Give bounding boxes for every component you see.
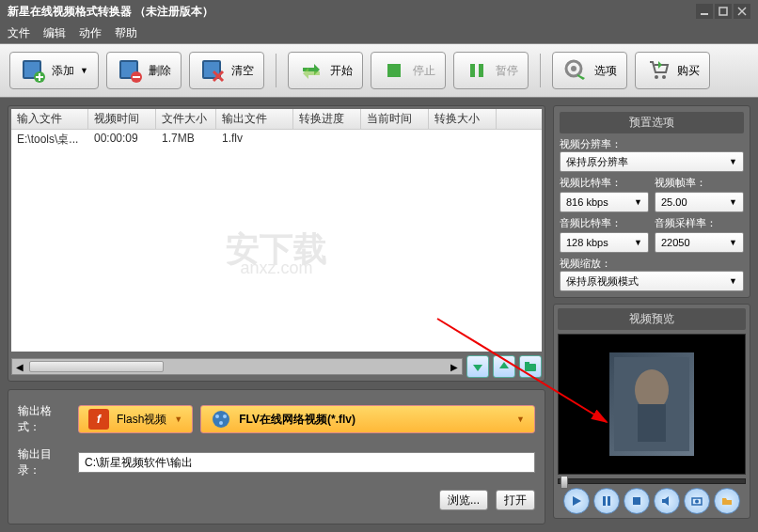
chevron-down-icon: ▼ — [634, 238, 642, 247]
horizontal-scrollbar[interactable]: ◀ ▶ — [11, 358, 463, 375]
folder-button[interactable] — [519, 355, 542, 378]
maximize-button[interactable] — [715, 4, 732, 19]
add-label: 添加 — [52, 63, 74, 79]
col-vtime[interactable]: 视频时间 — [88, 109, 156, 129]
open-folder-button[interactable] — [714, 488, 740, 514]
cell-progress — [293, 130, 361, 149]
stop-preview-button[interactable] — [624, 488, 650, 514]
video-bitrate-dropdown[interactable]: 816 kbps▼ — [560, 192, 649, 212]
menu-edit[interactable]: 编辑 — [43, 25, 66, 41]
scale-label: 视频缩放： — [560, 257, 744, 271]
minimize-button[interactable] — [696, 4, 713, 19]
cart-icon — [645, 57, 671, 84]
col-csize[interactable]: 转换大小 — [429, 109, 497, 129]
menu-action[interactable]: 动作 — [79, 25, 102, 41]
col-input[interactable]: 输入文件 — [11, 109, 88, 129]
cell-fsize: 1.7MB — [156, 130, 216, 149]
options-button[interactable]: 选项 — [552, 52, 627, 89]
dir-label: 输出目录： — [18, 446, 71, 478]
browse-button[interactable]: 浏览... — [439, 490, 488, 510]
chevron-down-icon: ▼ — [729, 238, 737, 247]
move-down-button[interactable] — [466, 355, 489, 378]
table-body[interactable]: E:\tools\桌... 00:00:09 1.7MB 1.flv 安下载 a… — [11, 130, 542, 352]
preset-panel: 预置选项 视频分辨率： 保持原分辨率▼ 视频比特率： 816 kbps▼ 视频帧… — [553, 105, 750, 298]
close-button[interactable] — [734, 4, 750, 19]
svg-point-23 — [662, 75, 666, 79]
menubar: 文件 编辑 动作 帮助 — [0, 23, 758, 43]
svg-rect-19 — [479, 64, 483, 77]
pause-icon — [464, 57, 490, 84]
chevron-down-icon: ▼ — [80, 66, 88, 75]
col-output[interactable]: 输出文件 — [216, 109, 293, 129]
res-label: 视频分辨率： — [560, 137, 744, 151]
col-progress[interactable]: 转换进度 — [293, 109, 361, 129]
gear-icon — [562, 57, 589, 84]
preset-title: 预置选项 — [560, 112, 744, 133]
flash-icon: f — [88, 409, 109, 430]
open-button[interactable]: 打开 — [496, 490, 535, 510]
file-list-panel: 输入文件 视频时间 文件大小 输出文件 转换进度 当前时间 转换大小 E:\to… — [8, 105, 545, 382]
svg-rect-17 — [387, 64, 401, 77]
svg-point-29 — [219, 421, 223, 425]
play-button[interactable] — [563, 488, 590, 514]
clear-label: 清空 — [231, 63, 254, 79]
snapshot-button[interactable] — [684, 488, 710, 514]
volume-button[interactable] — [654, 488, 680, 514]
format-type-button[interactable]: f Flash视频 ▼ — [78, 405, 193, 433]
svg-rect-1 — [719, 8, 727, 15]
chevron-down-icon: ▼ — [729, 197, 737, 207]
film-clear-icon — [199, 57, 226, 84]
delete-label: 删除 — [149, 63, 171, 79]
preview-thumbnail — [609, 352, 694, 456]
format-detail-button[interactable]: FLV在线网络视频(*.flv) ▼ — [200, 405, 535, 433]
move-up-button[interactable] — [493, 355, 515, 378]
vfps-label: 视频帧率： — [655, 176, 744, 190]
convert-icon — [298, 57, 324, 84]
toolbar: 添加 ▼ 删除 清空 开始 停止 暂停 选项 — [0, 43, 758, 98]
col-fsize[interactable]: 文件大小 — [156, 109, 216, 129]
chevron-down-icon: ▼ — [634, 197, 642, 207]
cell-vtime: 00:00:09 — [88, 130, 156, 149]
svg-point-26 — [213, 411, 229, 428]
cell-output: 1.flv — [216, 130, 293, 149]
pause-preview-button[interactable] — [593, 488, 620, 514]
slider-thumb[interactable] — [561, 476, 568, 489]
table-header: 输入文件 视频时间 文件大小 输出文件 转换进度 当前时间 转换大小 — [11, 109, 542, 130]
output-dir-input[interactable] — [78, 452, 535, 473]
scroll-thumb[interactable] — [29, 361, 164, 372]
preview-title: 视频预览 — [558, 308, 746, 330]
add-button[interactable]: 添加 ▼ — [9, 52, 99, 89]
scroll-right-icon[interactable]: ▶ — [447, 359, 462, 374]
menu-file[interactable]: 文件 — [8, 25, 30, 41]
video-scale-dropdown[interactable]: 保持原视频模式▼ — [560, 271, 744, 291]
svg-rect-33 — [603, 496, 606, 506]
buy-label: 购买 — [677, 63, 700, 79]
svg-point-37 — [695, 500, 699, 504]
delete-button[interactable]: 删除 — [106, 52, 182, 89]
clear-button[interactable]: 清空 — [189, 52, 264, 89]
chevron-down-icon: ▼ — [174, 415, 182, 424]
film-add-icon — [20, 57, 46, 84]
stop-button[interactable]: 停止 — [371, 52, 446, 89]
stop-icon — [381, 57, 407, 84]
abitrate-label: 音频比特率： — [560, 216, 649, 230]
film-delete-icon — [117, 57, 143, 84]
audio-bitrate-dropdown[interactable]: 128 kbps▼ — [560, 232, 649, 253]
format-detail-text: FLV在线网络视频(*.flv) — [239, 412, 355, 428]
scroll-left-icon[interactable]: ◀ — [12, 359, 27, 374]
pause-button[interactable]: 暂停 — [453, 52, 529, 89]
start-label: 开始 — [330, 63, 353, 79]
cell-input: E:\tools\桌... — [11, 130, 88, 149]
video-fps-dropdown[interactable]: 25.00▼ — [655, 192, 744, 212]
resolution-dropdown[interactable]: 保持原分辨率▼ — [560, 151, 744, 172]
menu-help[interactable]: 帮助 — [115, 25, 137, 41]
buy-button[interactable]: 购买 — [635, 52, 710, 89]
preview-area[interactable] — [558, 334, 746, 475]
col-curtime[interactable]: 当前时间 — [361, 109, 429, 129]
table-row[interactable]: E:\tools\桌... 00:00:09 1.7MB 1.flv — [11, 130, 542, 149]
start-button[interactable]: 开始 — [288, 52, 363, 89]
svg-rect-24 — [525, 364, 536, 371]
watermark-sub: anxz.com — [240, 258, 312, 278]
audio-sample-dropdown[interactable]: 22050▼ — [655, 232, 744, 253]
preview-slider[interactable] — [558, 478, 746, 484]
